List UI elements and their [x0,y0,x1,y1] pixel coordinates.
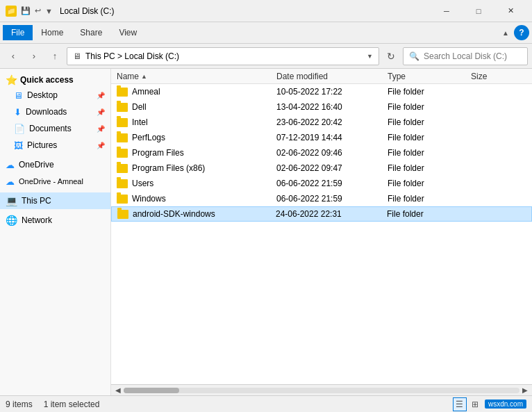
table-row[interactable]: PerfLogs 07-12-2019 14:44 File folder [111,130,532,145]
file-type: File folder [388,179,471,188]
sidebar-item-downloads[interactable]: ⬇ Downloads 📌 [0,104,110,120]
col-type[interactable]: Type [388,72,471,81]
pin-icon-desktop: 📌 [97,92,105,99]
table-row[interactable]: android-SDK-windows 24-06-2022 22:31 Fil… [111,206,532,222]
file-name-text: Intel [132,117,148,127]
folder-icon [117,195,128,204]
pictures-icon: 🖼 [14,140,23,151]
col-name[interactable]: Name ▲ [117,72,276,81]
tab-share[interactable]: Share [72,25,110,40]
scroll-track[interactable] [124,388,519,393]
folder-title-icon: 📁 [6,6,17,17]
file-name-cell: Intel [117,117,276,127]
table-row[interactable]: Intel 23-06-2022 20:42 File folder [111,115,532,130]
forward-button[interactable]: › [25,47,43,65]
tab-file[interactable]: File [3,25,33,40]
status-left: 9 items 1 item selected [6,399,99,409]
ribbon: File Home Share View ▲ ? [0,22,532,44]
title-toolbar-icon2[interactable]: ↩ [35,6,41,15]
table-row[interactable]: Windows 06-06-2022 21:59 File folder [111,191,532,206]
tab-home[interactable]: Home [33,25,72,40]
address-path: This PC > Local Disk (C:) [85,51,363,61]
sidebar-item-thispc[interactable]: 💻 This PC [0,192,110,209]
tab-view[interactable]: View [110,25,145,40]
folder-icon [117,149,128,158]
maximize-button[interactable]: □ [463,0,494,22]
file-name-cell: Users [117,179,276,188]
search-bar[interactable]: 🔍 [403,47,528,65]
scroll-right-button[interactable]: ▶ [519,385,531,396]
table-row[interactable]: Users 06-06-2022 21:59 File folder [111,176,532,191]
file-type: File folder [388,163,471,173]
col-date[interactable]: Date modified [276,72,388,81]
grid-view-button[interactable]: ⊞ [468,397,482,411]
address-bar[interactable]: 🖥 This PC > Local Disk (C:) ▼ [67,47,379,65]
back-button[interactable]: ‹ [4,47,22,65]
file-name-cell: android-SDK-windows [117,209,276,219]
title-controls: ─ □ ✕ [431,0,526,22]
file-name-cell: Windows [117,194,276,204]
table-row[interactable]: Program Files 02-06-2022 09:46 File fold… [111,145,532,160]
refresh-button[interactable]: ↻ [382,47,400,65]
sidebar-label-onedrive-amneal: OneDrive - Amneal [19,177,83,186]
title-bar: 📁 💾 ↩ ▼ Local Disk (C:) ─ □ ✕ [0,0,532,22]
file-date: 06-06-2022 21:59 [276,179,388,188]
quick-access-icon: ⭐ [6,74,17,85]
file-name-text: Dell [132,102,147,112]
title-toolbar-icon3[interactable]: ▼ [45,7,53,15]
main-area: ⭐ Quick access 🖥 Desktop 📌 ⬇ Downloads 📌… [0,69,532,395]
file-date: 02-06-2022 09:46 [276,148,388,158]
file-name-text: Program Files [132,148,184,158]
folder-icon [117,118,128,127]
close-button[interactable]: ✕ [494,0,526,22]
sidebar-item-onedrive[interactable]: ☁ OneDrive [0,156,110,173]
file-date: 06-06-2022 21:59 [276,194,388,204]
file-type: File folder [388,87,471,97]
sidebar-item-documents[interactable]: 📄 Documents 📌 [0,120,110,137]
file-type: File folder [388,133,471,142]
search-input[interactable] [424,51,528,61]
file-date: 10-05-2022 17:22 [276,87,388,97]
item-count: 9 items [6,399,33,409]
sidebar-label-documents: Documents [29,124,72,133]
sidebar-section-quick-access[interactable]: ⭐ Quick access [0,72,110,87]
file-name-cell: PerfLogs [117,133,276,142]
title-bar-left: 📁 💾 ↩ ▼ Local Disk (C:) [6,6,115,17]
nav-bar: ‹ › ↑ 🖥 This PC > Local Disk (C:) ▼ ↻ 🔍 [0,44,532,69]
sidebar-label-thispc: This PC [22,196,51,206]
file-name-text: Windows [132,194,166,204]
col-size[interactable]: Size [471,72,526,81]
file-type: File folder [388,102,471,112]
pin-icon-pictures: 📌 [97,142,105,149]
horizontal-scrollbar[interactable]: ◀ ▶ [111,384,532,395]
file-name-text: PerfLogs [132,133,165,142]
ribbon-tab-bar: File Home Share View ▲ ? [0,22,532,43]
address-dropdown-icon[interactable]: ▼ [367,53,373,60]
file-date: 24-06-2022 22:31 [276,209,387,219]
sidebar-label-desktop: Desktop [27,90,58,100]
list-view-button[interactable]: ☰ [453,397,467,411]
sidebar-item-desktop[interactable]: 🖥 Desktop 📌 [0,87,110,104]
status-bar: 9 items 1 item selected ☰ ⊞ wsxdn.com [0,395,532,412]
sidebar-item-onedrive-amneal[interactable]: ☁ OneDrive - Amneal [0,173,110,190]
table-row[interactable]: Dell 13-04-2022 16:40 File folder [111,99,532,115]
address-bar-icon: 🖥 [73,51,81,61]
scroll-thumb[interactable] [124,388,179,393]
folder-icon [117,88,128,97]
file-name-cell: Program Files (x86) [117,163,276,173]
help-button[interactable]: ? [514,25,529,40]
up-button[interactable]: ↑ [46,47,64,65]
folder-icon [117,179,128,188]
file-date: 23-06-2022 20:42 [276,117,388,127]
minimize-button[interactable]: ─ [431,0,463,22]
sidebar: ⭐ Quick access 🖥 Desktop 📌 ⬇ Downloads 📌… [0,69,111,395]
ribbon-chevron-icon[interactable]: ▲ [500,26,511,40]
table-row[interactable]: Program Files (x86) 02-06-2022 09:47 Fil… [111,160,532,176]
title-toolbar-icon1[interactable]: 💾 [21,6,31,15]
scroll-left-button[interactable]: ◀ [113,385,124,396]
file-name-text: Amneal [132,87,160,97]
table-row[interactable]: Amneal 10-05-2022 17:22 File folder [111,84,532,99]
sidebar-item-network[interactable]: 🌐 Network [0,212,110,229]
sidebar-item-pictures[interactable]: 🖼 Pictures 📌 [0,137,110,154]
file-name-cell: Amneal [117,87,276,97]
